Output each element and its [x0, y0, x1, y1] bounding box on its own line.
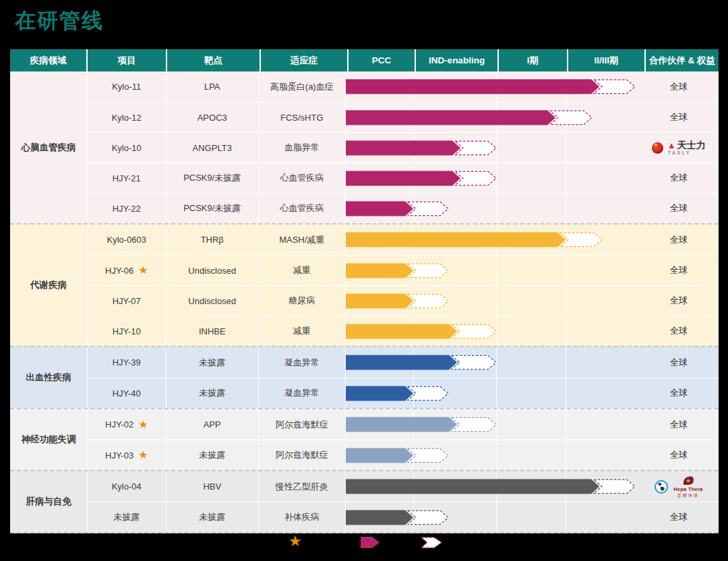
disease-area-label: 出血性疾病 — [10, 347, 88, 408]
progress-solid-arrow — [346, 294, 413, 309]
progress-dashed-arrow — [594, 479, 635, 493]
partner-rights-label: 全球 — [670, 202, 688, 214]
progress-dashed-arrow — [560, 233, 602, 246]
partner-cell: 全球 — [643, 378, 715, 408]
pipeline-row: HJY-21PCSK9/未披露心血管疾病全球 — [88, 163, 719, 193]
indication-cell: 心血管疾病 — [259, 163, 346, 193]
project-cell: HJY-03★ — [88, 440, 166, 470]
progress-dashed-arrow — [455, 171, 496, 185]
progress-bar — [346, 286, 643, 316]
phase-track — [346, 316, 643, 346]
pipeline-table: 疾病领域项目靶点适应症PCCIND-enablingI期II/III期合作伙伴 … — [10, 49, 719, 533]
partner-cell: 全球 — [643, 256, 715, 285]
indication-cell: 减重 — [259, 256, 346, 285]
partner-cell: 全球 — [643, 194, 715, 223]
progress-dashed-arrow — [408, 294, 448, 307]
progress-bar — [346, 471, 643, 502]
pipeline-row: HJY-40未披露凝血异常全球 — [88, 378, 719, 408]
partner-rights-label: 全球 — [670, 234, 688, 246]
legend-dashed-arrow-icon — [421, 537, 443, 549]
progress-solid-arrow — [346, 80, 599, 94]
project-cell: HJY-06★ — [88, 256, 166, 285]
project-cell: Kylo-10 — [88, 133, 166, 163]
indication-cell: 血脂异常 — [259, 133, 346, 163]
progress-solid-arrow — [346, 479, 599, 494]
target-cell: INHBE — [166, 316, 260, 346]
indication-cell: 高脂蛋白(a)血症 — [259, 71, 346, 102]
legend: ★ — [0, 531, 728, 554]
target-cell: LPA — [166, 71, 260, 102]
progress-solid-arrow — [346, 324, 457, 339]
pipeline-row: HJY-07Undisclosed糖尿病全球 — [88, 285, 719, 316]
indication-cell: MASH/减重 — [259, 225, 346, 255]
legend-star-icon: ★ — [289, 534, 302, 549]
project-cell: HJY-22 — [88, 194, 166, 223]
target-cell: PCSK9/未披露 — [166, 194, 260, 223]
indication-cell: 阿尔兹海默症 — [259, 409, 346, 440]
target-cell: 未披露 — [166, 502, 260, 532]
partner-cell: 全球 — [643, 102, 715, 132]
progress-bar — [346, 347, 643, 378]
hepathera-name-label: Hepa Thera — [673, 487, 703, 492]
target-cell: 未披露 — [166, 378, 260, 408]
progress-dashed-arrow — [452, 417, 496, 431]
svg-text:★: ★ — [686, 477, 691, 484]
target-cell: 未披露 — [166, 440, 260, 470]
project-label: HJY-07 — [113, 296, 141, 306]
progress-bar — [346, 409, 643, 440]
progress-dashed-arrow — [408, 202, 448, 215]
project-label: Kylo-11 — [112, 82, 141, 92]
progress-dashed-arrow — [594, 80, 635, 93]
pipeline-row: HJY-39未披露凝血异常全球 — [88, 347, 719, 378]
column-header: PCC — [348, 49, 416, 71]
target-cell: APOC3 — [166, 102, 260, 132]
project-cell: Kylo-04 — [88, 471, 166, 502]
pipeline-row: Kylo-10ANGPLT3血脂异常★▲天士力TASLY — [88, 132, 719, 163]
progress-solid-arrow — [346, 448, 413, 463]
project-label: Kylo-0603 — [107, 235, 146, 245]
tasly-triangle-icon: ▲ — [667, 141, 676, 150]
partner-rights-label: 全球 — [670, 111, 688, 123]
target-cell: PCSK9/未披露 — [166, 163, 260, 193]
pipeline-row: Kylo-11LPA高脂蛋白(a)血症全球 — [88, 71, 719, 102]
indication-cell: 减重 — [259, 316, 346, 346]
column-header: 靶点 — [167, 49, 261, 71]
target-cell: THRβ — [166, 225, 260, 255]
progress-bar — [346, 378, 643, 409]
project-label: HJY-39 — [113, 357, 141, 367]
partner-rights-label: 全球 — [670, 264, 688, 276]
pipeline-row: HJY-02★APP阿尔兹海默症全球 — [88, 409, 719, 440]
indication-cell: 慢性乙型肝炎 — [259, 471, 346, 502]
tasly-partner-logo: ★▲天士力TASLY — [652, 140, 706, 155]
partner-cell: 全球 — [643, 316, 715, 346]
target-cell: HBV — [166, 471, 260, 502]
progress-bar — [346, 194, 643, 224]
priority-star-icon: ★ — [138, 419, 148, 430]
progress-dashed-arrow — [452, 355, 496, 369]
indication-cell: 凝血异常 — [259, 347, 346, 378]
progress-bar — [346, 163, 643, 194]
disease-group: 心脑血管疾病Kylo-11LPA高脂蛋白(a)血症全球Kylo-12APOC3F… — [10, 71, 719, 223]
phase-track — [346, 163, 643, 193]
pipeline-row: Kylo-04HBV慢性乙型肝炎★Hepa Thera星曜坤泽 — [88, 471, 719, 502]
progress-bar — [346, 502, 643, 533]
indication-cell: 阿尔兹海默症 — [259, 440, 346, 470]
progress-solid-arrow — [346, 386, 413, 401]
progress-dashed-arrow — [408, 510, 448, 524]
project-cell: HJY-07 — [88, 286, 166, 316]
project-label: HJY-06 — [105, 266, 133, 276]
tasly-sub-label: TASLY — [668, 150, 691, 155]
partner-rights-label: 全球 — [670, 325, 688, 337]
indication-cell: FCS/sHTG — [259, 102, 346, 132]
pipeline-row: HJY-03★未披露阿尔兹海默症全球 — [88, 440, 719, 470]
phase-track — [346, 471, 643, 502]
hepathera-wordmark: ★Hepa Thera星曜坤泽 — [673, 476, 703, 498]
partner-cell: ★Hepa Thera星曜坤泽 — [643, 471, 715, 502]
partner-rights-label: 全球 — [670, 387, 688, 399]
progress-solid-arrow — [346, 264, 413, 278]
target-cell: APP — [166, 409, 260, 440]
project-label: Kylo-12 — [112, 113, 142, 123]
phase-track — [346, 440, 643, 470]
progress-solid-arrow — [346, 233, 566, 247]
phase-track — [346, 347, 643, 378]
